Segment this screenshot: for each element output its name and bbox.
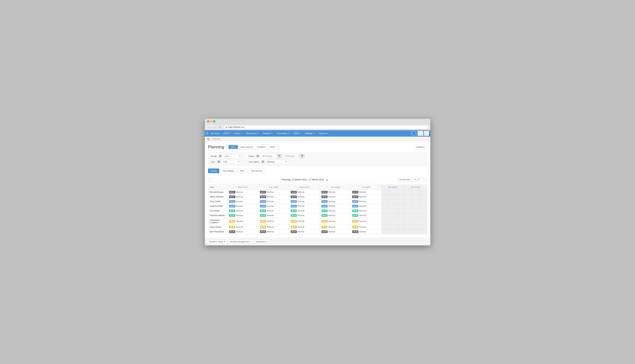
cell-day[interactable] — [381, 208, 404, 213]
nav-help-icon[interactable]: ? — [424, 131, 429, 136]
cell-day[interactable]: 08:00Normal — [227, 213, 258, 218]
date-from-input[interactable] — [261, 154, 277, 158]
cell-day[interactable]: 08:00Normal — [351, 204, 381, 208]
dates-help-icon[interactable]: ? — [257, 155, 259, 158]
cell-day[interactable]: 08:00Normal — [320, 199, 351, 204]
cell-day[interactable]: 08:00Normal — [320, 208, 351, 213]
cell-day[interactable] — [381, 229, 404, 234]
cell-day[interactable]: 08:00Normal — [227, 194, 258, 199]
cell-day[interactable]: 08:00Normal — [351, 194, 381, 199]
cell-day[interactable] — [404, 229, 427, 234]
date-to-calendar-icon[interactable]: 📅 — [300, 154, 305, 158]
print-button[interactable]: Print — [238, 168, 247, 173]
cell-day[interactable]: 08:00Normal — [289, 194, 320, 199]
cell-day[interactable]: 08:00Normal — [289, 204, 320, 208]
reload-button[interactable]: ↻ — [218, 126, 222, 129]
group-select[interactable]: <All> — [223, 154, 242, 158]
cell-day[interactable] — [381, 190, 404, 194]
date-from-calendar-icon[interactable]: 📅 — [277, 154, 282, 158]
cell-day[interactable]: 08:00Normal — [258, 190, 289, 194]
cell-day[interactable]: 08:00Normal — [258, 229, 289, 234]
positions-tasks-btn[interactable]: Positions, Tasks ▼ — [207, 240, 227, 244]
cell-day[interactable]: 08:00Normal — [227, 218, 258, 225]
next-week-button[interactable]: → — [423, 177, 427, 182]
nav-purchases[interactable]: Purchases ▼ — [245, 131, 260, 136]
nav-expand-icon[interactable]: ☰ — [206, 132, 208, 135]
cell-day[interactable]: 08:00Normal — [289, 199, 320, 204]
cell-day[interactable] — [381, 225, 404, 229]
cell-day[interactable] — [404, 213, 427, 218]
forward-button[interactable]: → — [213, 126, 217, 129]
nav-user-icon[interactable]: 👤 — [410, 131, 417, 136]
cell-day[interactable]: 08:00Normal — [320, 213, 351, 218]
cell-day[interactable]: 08:00Normal — [351, 208, 381, 213]
cell-day[interactable] — [404, 204, 427, 208]
task-journal-button[interactable]: Task journal — [248, 168, 264, 173]
cell-day[interactable]: 08:00Normal — [227, 190, 258, 194]
cell-day[interactable]: 08:00Normal — [351, 229, 381, 234]
user-status-help-icon[interactable]: ? — [262, 160, 264, 163]
cell-day[interactable] — [381, 213, 404, 218]
cell-day[interactable]: 08:00Normal — [320, 194, 351, 199]
display-button[interactable]: Display — [208, 168, 220, 173]
back-button[interactable]: ← — [207, 126, 211, 129]
my-holidays-button[interactable]: My holidays — [221, 168, 237, 173]
user-help-icon[interactable]: ? — [218, 160, 220, 163]
cell-day[interactable]: 08:00Normal — [320, 225, 351, 229]
close-button[interactable] — [207, 120, 209, 122]
cell-day[interactable]: 08:00Normal — [258, 225, 289, 229]
nav-logout[interactable]: Log out ➔ — [317, 131, 330, 136]
nav-settings[interactable]: Settings ▼ — [303, 131, 316, 136]
date-to-input[interactable] — [283, 154, 300, 158]
cell-day[interactable]: 08:00Normal — [320, 190, 351, 194]
cell-day[interactable]: 08:00Normal — [289, 190, 320, 194]
cell-day[interactable] — [404, 208, 427, 213]
cell-day[interactable]: 08:00Normal — [351, 218, 381, 225]
cell-day[interactable]: 08:00Normal — [320, 204, 351, 208]
cell-day[interactable] — [404, 218, 427, 225]
cell-day[interactable]: 08:00Normal — [351, 190, 381, 194]
nav-star-icon[interactable]: ✦ — [418, 131, 423, 136]
minimize-button[interactable] — [210, 120, 212, 122]
cell-day[interactable] — [381, 199, 404, 204]
tab-users[interactable]: Users — [229, 145, 238, 149]
tab-users-hours[interactable]: Users (hours) — [238, 145, 255, 149]
cell-day[interactable]: 08:00Normal — [320, 218, 351, 225]
cell-day[interactable] — [404, 225, 427, 229]
nav-home[interactable]: 🏠 Home — [209, 131, 222, 136]
cell-day[interactable] — [404, 199, 427, 204]
cell-day[interactable]: 08:00Normal — [289, 225, 320, 229]
cell-day[interactable]: 08:00Normal — [227, 204, 258, 208]
cell-day[interactable]: 08:00Normal — [227, 229, 258, 234]
nav-projects[interactable]: Projects ▼ — [261, 131, 274, 136]
maximize-button[interactable] — [213, 120, 215, 122]
cell-day[interactable] — [381, 194, 404, 199]
cell-day[interactable]: 08:00Normal — [258, 218, 289, 225]
cell-day[interactable]: 08:00Normal — [351, 225, 381, 229]
cell-day[interactable]: 08:00Normal — [289, 213, 320, 218]
statistics-button[interactable]: Statistics — [414, 145, 427, 149]
cell-day[interactable]: 08:00Normal — [258, 204, 289, 208]
nav-hrm[interactable]: HRM ▼ — [292, 131, 303, 136]
chart-icon[interactable]: ▦ — [326, 178, 328, 181]
cell-day[interactable] — [404, 194, 427, 199]
tab-tasks[interactable]: Tasks — [268, 145, 277, 149]
employees-btn[interactable]: Employees ▼ — [254, 240, 269, 244]
prev-week-button[interactable]: ← — [208, 177, 213, 182]
group-help-icon[interactable]: ? — [219, 155, 222, 158]
cell-day[interactable]: 08:00Normal — [227, 208, 258, 213]
cell-day[interactable]: 08:00Normal — [227, 199, 258, 204]
tab-positions[interactable]: Positions — [255, 145, 268, 149]
nav-sales[interactable]: Sales ▼ — [233, 131, 244, 136]
calendar-settings-button[interactable]: 🔧 ▼ — [413, 178, 421, 182]
cell-day[interactable]: 08:00Normal — [258, 194, 289, 199]
user-select[interactable]: <All> — [222, 160, 241, 164]
cell-day[interactable]: 08:00Normal — [289, 229, 320, 234]
cell-day[interactable]: 08:00Normal — [289, 218, 320, 225]
cell-day[interactable]: 08:00Normal — [258, 208, 289, 213]
cell-day[interactable]: 08:00Normal — [227, 225, 258, 229]
cell-day[interactable] — [404, 190, 427, 194]
breadcrumb-home-icon[interactable]: 🏠 — [207, 138, 210, 140]
cell-day[interactable]: 08:00Normal — [289, 208, 320, 213]
cell-day[interactable]: 08:00Normal — [258, 199, 289, 204]
